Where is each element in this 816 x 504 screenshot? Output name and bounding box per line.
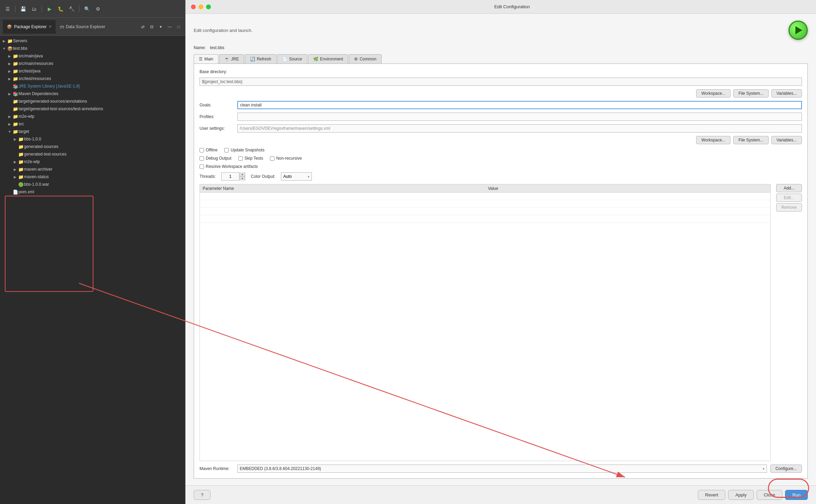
- update-snapshots-checkbox[interactable]: [224, 148, 229, 152]
- apply-btn[interactable]: Apply: [728, 490, 754, 500]
- user-settings-input[interactable]: [237, 124, 802, 133]
- tree-item-src-main-resources[interactable]: ▶📁src/main/resources: [0, 60, 185, 67]
- config-tab-label-main: Main: [204, 57, 213, 61]
- tree-item-generated-sources[interactable]: 📁generated-sources: [0, 143, 185, 150]
- debug-output-checkbox-item[interactable]: Debug Output: [200, 156, 231, 161]
- variables-btn-1[interactable]: Variables...: [771, 89, 802, 98]
- config-tab-common[interactable]: ⚙Common: [349, 54, 382, 64]
- debug-btn[interactable]: 🐛: [56, 4, 65, 14]
- view-menu-btn[interactable]: ▾: [157, 23, 165, 31]
- tree-label-test-bbs: test.bbs: [13, 46, 182, 51]
- config-tab-main[interactable]: ☰Main: [194, 54, 218, 64]
- build-btn[interactable]: 🔨: [67, 4, 76, 14]
- settings-btn[interactable]: ⚙: [93, 4, 103, 14]
- tree-label-src-test-resources: src/test/resources: [19, 76, 182, 81]
- profiles-input[interactable]: [237, 113, 802, 121]
- tree-item-target-gen-test-sources[interactable]: 📁target/generated-test-sources/test-anno…: [0, 105, 185, 113]
- search-btn[interactable]: 🔍: [82, 4, 92, 14]
- tree-item-src[interactable]: ▶📁src: [0, 120, 185, 128]
- run-final-btn[interactable]: Run: [785, 490, 808, 500]
- revert-btn[interactable]: Revert: [698, 490, 725, 500]
- run-btn-toolbar[interactable]: ▶: [45, 4, 54, 14]
- threads-down-arrow[interactable]: ▼: [239, 177, 245, 181]
- non-recursive-checkbox[interactable]: [270, 156, 274, 161]
- tree-item-maven-status[interactable]: ▶📁maven-status: [0, 173, 185, 181]
- tree-item-src-main-java[interactable]: ▶📁src/main/java: [0, 52, 185, 60]
- tree-item-test-bbs[interactable]: ▼📦test.bbs: [0, 45, 185, 52]
- config-tab-environment[interactable]: 🌿Environment: [308, 54, 348, 64]
- offline-checkbox[interactable]: [200, 148, 204, 152]
- file-system-btn-2[interactable]: File System...: [733, 136, 769, 144]
- maven-runtime-row: Maven Runtime: EMBEDDED (3.8.6/3.8.604.2…: [200, 465, 802, 473]
- threads-up-arrow[interactable]: ▲: [239, 172, 245, 177]
- tree-item-bbs-1.0.0[interactable]: ▶📁bbs-1.0.0: [0, 135, 185, 143]
- tree-item-jre-system[interactable]: 📚JRE System Library [JavaSE-1.8]: [0, 82, 185, 90]
- tree-item-pom-xml[interactable]: 📄pom.xml: [0, 188, 185, 196]
- resolve-workspace-checkbox[interactable]: [200, 164, 204, 169]
- configure-btn[interactable]: Configure...: [770, 465, 802, 473]
- ide-panel: ☰ 💾 🗂 ▶ 🐛 🔨 🔍 ⚙ 📦 Package Explorer ✕ 🗃 D…: [0, 0, 185, 504]
- non-recursive-checkbox-item[interactable]: Non-recursive: [270, 156, 302, 161]
- tree-item-src-test-java[interactable]: ▶📁src/test/java: [0, 67, 185, 75]
- workspace-btn-1[interactable]: Workspace...: [696, 89, 730, 98]
- tree-icon-maven-deps: 📚: [12, 91, 19, 96]
- tree-icon-jre-system: 📚: [12, 84, 19, 89]
- update-snapshots-checkbox-item[interactable]: Update Snapshots: [224, 148, 264, 152]
- variables-btn-2[interactable]: Variables...: [771, 136, 802, 144]
- tree-item-maven-archiver[interactable]: ▶📁maven-archiver: [0, 165, 185, 173]
- add-param-btn[interactable]: Add...: [776, 184, 802, 192]
- tree-icon-m2e-wtp-2: 📁: [18, 159, 24, 164]
- debug-output-checkbox[interactable]: [200, 156, 204, 161]
- tree-item-src-test-resources[interactable]: ▶📁src/test/resources: [0, 75, 185, 82]
- maven-runtime-select[interactable]: EMBEDDED (3.8.6/3.8.604.20221130-2149) ▾: [237, 465, 767, 473]
- tree-item-maven-deps[interactable]: ▶📚Maven Dependencies: [0, 90, 185, 98]
- remove-param-btn[interactable]: Remove: [776, 203, 802, 211]
- run-button-big[interactable]: [789, 21, 808, 40]
- sync-btn[interactable]: ⇄: [139, 23, 147, 31]
- tree-item-bbs-1.0.0-war[interactable]: 🟢bbs-1.0.0.war: [0, 181, 185, 188]
- skip-tests-checkbox[interactable]: [238, 156, 243, 161]
- save-all-btn[interactable]: 🗂: [29, 4, 39, 14]
- offline-checkbox-item[interactable]: Offline: [200, 148, 217, 152]
- resolve-workspace-checkbox-item[interactable]: Resolve Workspace artifacts: [200, 164, 258, 169]
- tree-item-m2e-wtp[interactable]: ▶📁m2e-wtp: [0, 113, 185, 120]
- maximize-btn[interactable]: □: [175, 23, 182, 31]
- threads-arrows: ▲ ▼: [239, 172, 245, 181]
- window-minimize-btn[interactable]: [199, 4, 203, 9]
- tree-item-target[interactable]: ▼📁target: [0, 128, 185, 135]
- collapse-btn[interactable]: ⊟: [148, 23, 156, 31]
- user-settings-label: User settings:: [200, 126, 234, 131]
- tab-data-source-explorer[interactable]: 🗃 Data Source Explorer: [56, 20, 110, 34]
- threads-input[interactable]: 1 ▲ ▼: [221, 172, 245, 181]
- close-btn[interactable]: Close: [757, 490, 782, 500]
- tree-item-generated-test-sources[interactable]: 📁generated-test-sources: [0, 150, 185, 158]
- base-directory-input[interactable]: [200, 78, 802, 86]
- minimize-btn[interactable]: —: [166, 23, 173, 31]
- tab-close-package-explorer[interactable]: ✕: [49, 25, 52, 28]
- update-snapshots-label: Update Snapshots: [230, 148, 264, 152]
- tree-item-servers[interactable]: ▶📁Servers: [0, 37, 185, 45]
- skip-tests-checkbox-item[interactable]: Skip Tests: [238, 156, 263, 161]
- window-maximize-btn[interactable]: [206, 4, 211, 9]
- tab-package-explorer[interactable]: 📦 Package Explorer ✕: [3, 20, 56, 34]
- workspace-btn-2[interactable]: Workspace...: [696, 136, 730, 144]
- tree-item-m2e-wtp-2[interactable]: ▶📁m2e-wtp: [0, 158, 185, 165]
- tree-label-maven-status: maven-status: [24, 174, 182, 179]
- config-tab-refresh[interactable]: 🔄Refresh: [245, 54, 276, 64]
- color-output-select[interactable]: Auto ▾: [281, 172, 312, 181]
- maven-runtime-label: Maven Runtime:: [200, 466, 234, 471]
- tree-icon-bbs-1.0.0-war: 🟢: [18, 182, 24, 187]
- config-tab-source[interactable]: 📄Source: [277, 54, 307, 64]
- edit-param-btn[interactable]: Edit...: [776, 194, 802, 202]
- menu-btn[interactable]: ☰: [3, 4, 12, 14]
- window-close-btn[interactable]: [191, 4, 196, 9]
- color-output-label: Color Output:: [251, 174, 275, 179]
- help-btn[interactable]: ?: [194, 490, 211, 500]
- tree-item-target-gen-sources[interactable]: 📁target/generated-sources/annotations: [0, 98, 185, 105]
- file-system-btn-1[interactable]: File System...: [733, 89, 769, 98]
- tree-label-src-main-java: src/main/java: [19, 54, 182, 58]
- config-tab-jre[interactable]: ☕JRE: [219, 54, 244, 64]
- goals-input[interactable]: [237, 101, 802, 109]
- base-directory-btn-row: Workspace... File System... Variables...: [200, 89, 802, 98]
- save-btn[interactable]: 💾: [18, 4, 28, 14]
